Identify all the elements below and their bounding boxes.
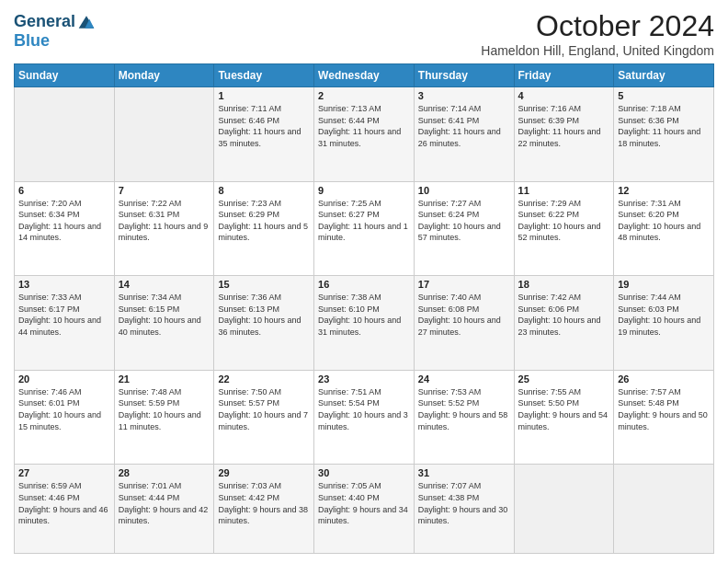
day-info: Sunrise: 7:34 AMSunset: 6:15 PMDaylight:… — [119, 292, 210, 338]
day-info: Sunrise: 7:36 AMSunset: 6:13 PMDaylight:… — [218, 292, 310, 338]
day-info: Sunrise: 7:16 AMSunset: 6:39 PMDaylight:… — [518, 103, 610, 149]
day-info: Sunrise: 7:03 AMSunset: 4:42 PMDaylight:… — [218, 480, 310, 526]
table-row: 7Sunrise: 7:22 AMSunset: 6:31 PMDaylight… — [114, 181, 214, 276]
day-number: 16 — [318, 279, 410, 290]
day-number: 12 — [618, 185, 710, 196]
day-info: Sunrise: 7:50 AMSunset: 5:57 PMDaylight:… — [218, 386, 310, 432]
table-row: 9Sunrise: 7:25 AMSunset: 6:27 PMDaylight… — [314, 181, 415, 276]
day-info: Sunrise: 7:38 AMSunset: 6:10 PMDaylight:… — [318, 292, 410, 338]
day-info: Sunrise: 7:01 AMSunset: 4:44 PMDaylight:… — [119, 480, 210, 526]
calendar-week-1: 1Sunrise: 7:11 AMSunset: 6:46 PMDaylight… — [15, 87, 714, 182]
day-number: 29 — [218, 467, 310, 478]
day-info: Sunrise: 7:14 AMSunset: 6:41 PMDaylight:… — [418, 103, 510, 149]
col-friday: Friday — [514, 64, 614, 87]
day-number: 20 — [18, 373, 110, 385]
day-info: Sunrise: 7:31 AMSunset: 6:20 PMDaylight:… — [618, 198, 710, 244]
table-row: 8Sunrise: 7:23 AMSunset: 6:29 PMDaylight… — [214, 181, 314, 276]
table-row: 18Sunrise: 7:42 AMSunset: 6:06 PMDayligh… — [514, 276, 614, 371]
table-row: 16Sunrise: 7:38 AMSunset: 6:10 PMDayligh… — [314, 276, 415, 371]
day-info: Sunrise: 7:29 AMSunset: 6:22 PMDaylight:… — [518, 198, 610, 244]
day-info: Sunrise: 7:05 AMSunset: 4:40 PMDaylight:… — [318, 480, 410, 526]
day-info: Sunrise: 7:11 AMSunset: 6:46 PMDaylight:… — [218, 103, 310, 149]
day-info: Sunrise: 7:48 AMSunset: 5:59 PMDaylight:… — [119, 386, 210, 432]
month-title: October 2024 — [481, 9, 714, 43]
day-number: 6 — [18, 185, 110, 196]
table-row: 24Sunrise: 7:53 AMSunset: 5:52 PMDayligh… — [414, 370, 514, 465]
table-row: 11Sunrise: 7:29 AMSunset: 6:22 PMDayligh… — [514, 181, 614, 276]
table-row: 14Sunrise: 7:34 AMSunset: 6:15 PMDayligh… — [114, 276, 214, 371]
day-info: Sunrise: 7:33 AMSunset: 6:17 PMDaylight:… — [18, 292, 110, 338]
calendar-week-3: 13Sunrise: 7:33 AMSunset: 6:17 PMDayligh… — [15, 276, 714, 371]
title-block: October 2024 Hameldon Hill, England, Uni… — [481, 9, 714, 58]
table-row: 15Sunrise: 7:36 AMSunset: 6:13 PMDayligh… — [214, 276, 314, 371]
table-row: 30Sunrise: 7:05 AMSunset: 4:40 PMDayligh… — [314, 465, 415, 554]
table-row: 10Sunrise: 7:27 AMSunset: 6:24 PMDayligh… — [414, 181, 514, 276]
table-row: 26Sunrise: 7:57 AMSunset: 5:48 PMDayligh… — [614, 370, 714, 465]
table-row: 4Sunrise: 7:16 AMSunset: 6:39 PMDaylight… — [514, 87, 614, 182]
table-row: 19Sunrise: 7:44 AMSunset: 6:03 PMDayligh… — [614, 276, 714, 371]
table-row: 23Sunrise: 7:51 AMSunset: 5:54 PMDayligh… — [314, 370, 415, 465]
page: General Blue October 2024 Hameldon Hill,… — [0, 0, 728, 563]
day-info: Sunrise: 7:22 AMSunset: 6:31 PMDaylight:… — [119, 198, 210, 244]
col-tuesday: Tuesday — [214, 64, 314, 87]
table-row: 1Sunrise: 7:11 AMSunset: 6:46 PMDaylight… — [214, 87, 314, 182]
day-number: 24 — [418, 373, 510, 385]
day-number: 3 — [418, 90, 510, 101]
table-row: 6Sunrise: 7:20 AMSunset: 6:34 PMDaylight… — [15, 181, 115, 276]
day-number: 8 — [218, 185, 310, 196]
calendar-header-row: Sunday Monday Tuesday Wednesday Thursday… — [15, 64, 714, 87]
day-number: 10 — [418, 185, 510, 196]
day-number: 19 — [618, 279, 710, 290]
day-number: 21 — [119, 373, 210, 385]
table-row: 21Sunrise: 7:48 AMSunset: 5:59 PMDayligh… — [114, 370, 214, 465]
logo-text-general: General — [14, 13, 75, 31]
table-row — [114, 87, 214, 182]
day-number: 1 — [218, 90, 310, 101]
day-info: Sunrise: 7:51 AMSunset: 5:54 PMDaylight:… — [318, 386, 410, 432]
table-row: 22Sunrise: 7:50 AMSunset: 5:57 PMDayligh… — [214, 370, 314, 465]
day-number: 18 — [518, 279, 610, 290]
day-number: 25 — [518, 373, 610, 385]
day-info: Sunrise: 7:44 AMSunset: 6:03 PMDaylight:… — [618, 292, 710, 338]
calendar: Sunday Monday Tuesday Wednesday Thursday… — [14, 63, 714, 554]
table-row: 3Sunrise: 7:14 AMSunset: 6:41 PMDaylight… — [414, 87, 514, 182]
location: Hameldon Hill, England, United Kingdom — [481, 43, 714, 58]
calendar-week-5: 27Sunrise: 6:59 AMSunset: 4:46 PMDayligh… — [15, 465, 714, 554]
day-info: Sunrise: 7:13 AMSunset: 6:44 PMDaylight:… — [318, 103, 410, 149]
logo-text-blue: Blue — [14, 31, 96, 51]
day-number: 26 — [618, 373, 710, 385]
day-info: Sunrise: 7:46 AMSunset: 6:01 PMDaylight:… — [18, 386, 110, 432]
table-row: 12Sunrise: 7:31 AMSunset: 6:20 PMDayligh… — [614, 181, 714, 276]
col-thursday: Thursday — [414, 64, 514, 87]
col-sunday: Sunday — [15, 64, 115, 87]
table-row: 20Sunrise: 7:46 AMSunset: 6:01 PMDayligh… — [15, 370, 115, 465]
day-info: Sunrise: 7:53 AMSunset: 5:52 PMDaylight:… — [418, 386, 510, 432]
day-number: 15 — [218, 279, 310, 290]
table-row — [514, 465, 614, 554]
col-saturday: Saturday — [614, 64, 714, 87]
table-row: 13Sunrise: 7:33 AMSunset: 6:17 PMDayligh… — [15, 276, 115, 371]
table-row: 27Sunrise: 6:59 AMSunset: 4:46 PMDayligh… — [15, 465, 115, 554]
day-info: Sunrise: 7:18 AMSunset: 6:36 PMDaylight:… — [618, 103, 710, 149]
day-info: Sunrise: 7:40 AMSunset: 6:08 PMDaylight:… — [418, 292, 510, 338]
day-number: 17 — [418, 279, 510, 290]
day-info: Sunrise: 7:20 AMSunset: 6:34 PMDaylight:… — [18, 198, 110, 244]
table-row — [614, 465, 714, 554]
day-info: Sunrise: 7:57 AMSunset: 5:48 PMDaylight:… — [618, 386, 710, 432]
calendar-week-2: 6Sunrise: 7:20 AMSunset: 6:34 PMDaylight… — [15, 181, 714, 276]
day-number: 2 — [318, 90, 410, 101]
table-row: 31Sunrise: 7:07 AMSunset: 4:38 PMDayligh… — [414, 465, 514, 554]
day-number: 11 — [518, 185, 610, 196]
day-number: 22 — [218, 373, 310, 385]
col-wednesday: Wednesday — [314, 64, 415, 87]
day-number: 23 — [318, 373, 410, 385]
day-number: 30 — [318, 467, 410, 478]
day-number: 9 — [318, 185, 410, 196]
day-number: 7 — [119, 185, 210, 196]
logo: General Blue — [14, 13, 96, 51]
table-row: 25Sunrise: 7:55 AMSunset: 5:50 PMDayligh… — [514, 370, 614, 465]
col-monday: Monday — [114, 64, 214, 87]
day-number: 14 — [119, 279, 210, 290]
day-info: Sunrise: 6:59 AMSunset: 4:46 PMDaylight:… — [18, 480, 110, 526]
header: General Blue October 2024 Hameldon Hill,… — [14, 9, 714, 58]
